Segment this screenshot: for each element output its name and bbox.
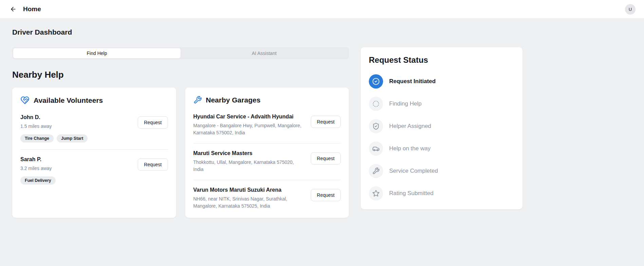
request-volunteer-button[interactable]: Request [138,116,168,129]
status-step-help-on-the-way: Help on the way [369,141,514,156]
back-button[interactable] [8,4,18,14]
main-content: Driver Dashboard Find Help AI Assistant … [0,19,644,218]
dotted-loader-icon [369,97,383,111]
status-step-helper-assigned: Helper Assigned [369,119,514,133]
check-circle-icon [369,74,383,89]
request-status-title: Request Status [369,55,514,65]
divider [20,149,168,150]
request-garage-button[interactable]: Request [311,189,341,201]
star-icon [369,186,383,201]
avatar[interactable]: U [625,4,636,15]
garage-name: Maruti Service Masters [193,150,305,156]
volunteer-row: John D. 1.5 miles away Tire Change Jump … [20,114,168,142]
topbar: Home U [0,0,644,19]
volunteer-row: Sarah P. 3.2 miles away Fuel Delivery Re… [20,156,168,185]
garages-card-title: Nearby Garages [206,96,261,104]
divider [193,143,341,144]
status-step-label: Rating Submitted [389,190,433,197]
status-step-rating-submitted: Rating Submitted [369,186,514,201]
garage-name: Hyundai Car Service - Advaith Hyundai [193,114,305,120]
wrench-icon [193,96,202,104]
nearby-garages-card: Nearby Garages Hyundai Car Service - Adv… [185,88,349,218]
tab-bar: Find Help AI Assistant [12,47,349,59]
page-title: Driver Dashboard [12,28,644,36]
status-step-label: Request Initiated [389,78,436,85]
volunteer-distance: 3.2 miles away [20,165,56,172]
skill-tag: Jump Start [57,134,88,142]
available-volunteers-card: Available Volunteers John D. 1.5 miles a… [12,88,176,218]
tab-find-help[interactable]: Find Help [13,48,181,58]
shield-check-icon [369,119,383,133]
heart-handshake-icon [20,96,30,105]
request-volunteer-button[interactable]: Request [138,158,168,171]
skill-tag: Fuel Delivery [20,176,56,185]
volunteer-name: Sarah P. [20,156,56,163]
volunteer-name: John D. [20,114,88,120]
status-step-label: Helper Assigned [389,123,431,130]
divider [193,180,341,180]
status-step-request-initiated: Request Initiated [369,74,514,89]
car-icon [369,141,383,156]
garage-address: NH66, near NITK, Srinivas Nagar, Surathk… [193,195,305,210]
garage-address: Mangalore - Bangalore Hwy, Pumpwell, Man… [193,122,305,136]
status-step-label: Service Completed [389,168,438,174]
garage-name: Varun Motors Maruti Suzuki Arena [193,187,305,193]
request-garage-button[interactable]: Request [311,152,341,165]
volunteer-distance: 1.5 miles away [20,123,88,130]
status-step-label: Help on the way [389,145,431,152]
section-title-nearby-help: Nearby Help [12,70,349,80]
garage-row: Maruti Service Masters Thokkottu, Ullal,… [193,150,341,173]
status-step-label: Finding Help [389,100,421,107]
garage-row: Varun Motors Maruti Suzuki Arena NH66, n… [193,187,341,210]
request-status-card: Request Status Request Initiated [361,47,523,209]
garage-address: Thokkottu, Ullal, Mangalore, Karnataka 5… [193,159,305,173]
request-garage-button[interactable]: Request [311,116,341,128]
skill-tag: Tire Change [20,134,54,142]
garage-row: Hyundai Car Service - Advaith Hyundai Ma… [193,114,341,136]
volunteers-card-title: Available Volunteers [34,96,103,104]
status-step-service-completed: Service Completed [369,164,514,178]
wrench-icon [369,164,383,178]
avatar-initial: U [629,7,632,12]
status-step-finding-help: Finding Help [369,97,514,111]
tab-ai-assistant[interactable]: AI Assistant [181,48,348,58]
arrow-left-icon [10,6,17,13]
topbar-title: Home [23,5,41,13]
right-column: Request Status Request Initiated [361,47,523,209]
left-column: Find Help AI Assistant Nearby Help [12,47,349,218]
